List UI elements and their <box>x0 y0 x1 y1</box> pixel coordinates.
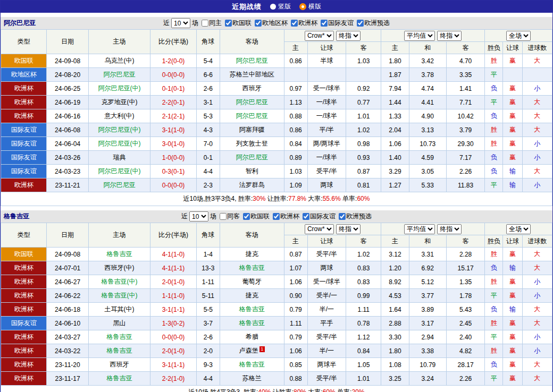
same-venue-filter[interactable]: 同主 <box>202 19 222 28</box>
home-team-cell[interactable]: 格鲁吉亚(中) <box>88 275 150 289</box>
avg-draw-odds: 4.90 <box>409 109 446 123</box>
league-checkbox[interactable] <box>225 20 232 27</box>
average-select[interactable]: 平均值 <box>404 31 435 41</box>
home-team-cell[interactable]: 阿尔巴尼亚(中) <box>88 82 150 96</box>
league-checkbox[interactable] <box>321 20 328 27</box>
period-select[interactable]: 全场 <box>506 224 531 234</box>
away-team-cell[interactable]: 苏格兰中部地区 <box>220 68 284 82</box>
away-team-cell[interactable]: 西班牙 <box>220 82 284 96</box>
date-cell: 24-06-08 <box>47 123 88 137</box>
league-checkbox[interactable] <box>291 20 298 27</box>
goals-result-cell: 大 <box>522 54 552 68</box>
summary-cell: 近10场,胜3平3负4, 胜率:30% 让胜率:77.8% 大率:55.6% 单… <box>1 192 552 206</box>
league-filter[interactable]: 国际友谊 <box>303 212 336 221</box>
league-filter[interactable]: 欧洲杯 <box>291 19 317 28</box>
same-venue-checkbox[interactable] <box>220 213 227 220</box>
league-checkbox[interactable] <box>357 20 364 27</box>
league-filter[interactable]: 欧洲预选 <box>339 212 372 221</box>
handicap-home-odds: 0.86 <box>284 54 307 68</box>
filter-controls: 近10场同主欧国联欧地区杯欧洲杯国际友谊欧洲预选 <box>163 18 390 28</box>
home-team-cell[interactable]: 格鲁吉亚 <box>88 372 150 386</box>
away-team-cell[interactable]: 格鲁吉亚 <box>220 358 284 372</box>
away-team-cell[interactable]: 阿尔巴尼亚 <box>220 151 284 165</box>
away-team-cell[interactable]: 卢森堡1 <box>220 344 284 358</box>
home-team-cell[interactable]: 西班牙 <box>88 358 150 372</box>
away-team-cell[interactable]: 格鲁吉亚 <box>220 317 284 330</box>
corner-cell: 2-0 <box>196 344 220 358</box>
away-team-cell[interactable]: 阿尔巴尼亚 <box>220 109 284 123</box>
league-checkbox[interactable] <box>243 213 250 220</box>
league-filter[interactable]: 欧国联 <box>243 212 270 221</box>
final-odds-select-1[interactable]: 终指 <box>336 224 361 234</box>
away-team-cell[interactable]: 列支敦士登 <box>220 137 284 151</box>
summary-text: 单率: <box>341 195 357 202</box>
away-team-cell[interactable]: 葡萄牙 <box>220 275 284 289</box>
away-team-cell[interactable]: 阿塞拜疆 <box>220 123 284 137</box>
layout-option-horizontal[interactable]: 横版 <box>299 2 321 11</box>
match-row: 欧国联24-09-08乌克兰(中)1-2(0-0)5-4阿尔巴尼亚0.86半球1… <box>1 54 552 68</box>
avg-draw-odds: 3.89 <box>409 303 446 317</box>
away-team-cell[interactable]: 捷克 <box>220 248 284 261</box>
home-team-cell[interactable]: 西班牙(中) <box>88 261 150 275</box>
avg-home-odds: 3.30 <box>381 330 409 344</box>
section-header-bar: 阿尔巴尼亚近10场同主欧国联欧地区杯欧洲杯国际友谊欧洲预选 <box>1 17 552 29</box>
home-team-cell[interactable]: 阿尔巴尼亚 <box>88 68 150 82</box>
home-team-cell[interactable]: 意大利(中) <box>88 109 150 123</box>
avg-draw-odds: 5.12 <box>409 275 446 289</box>
handicap-away-odds: 0.83 <box>346 261 381 275</box>
away-team-cell[interactable]: 格鲁吉亚 <box>220 303 284 317</box>
handicap-line: 两球半 <box>307 358 346 372</box>
home-team-cell[interactable]: 阿尔巴尼亚 <box>88 178 150 192</box>
handicap-home-odds: 0.84 <box>284 137 307 151</box>
away-team-cell[interactable]: 希腊 <box>220 330 284 344</box>
away-team-cell[interactable]: 阿尔巴尼亚 <box>220 96 284 109</box>
home-team-cell[interactable]: 土耳其(中) <box>88 303 150 317</box>
home-team-cell[interactable]: 阿尔巴尼亚(中) <box>88 137 150 151</box>
home-team-cell[interactable]: 格鲁吉亚 <box>88 330 150 344</box>
league-checkbox[interactable] <box>273 213 280 220</box>
league-checkbox[interactable] <box>339 213 346 220</box>
radio-unselected-icon[interactable] <box>270 4 276 10</box>
same-venue-filter[interactable]: 同客 <box>220 212 240 221</box>
home-team-cell[interactable]: 克罗地亚(中) <box>88 96 150 109</box>
final-odds-select-2[interactable]: 终指 <box>437 224 462 234</box>
radio-selected-icon[interactable] <box>299 3 306 10</box>
league-checkbox[interactable] <box>255 20 262 27</box>
away-team-cell[interactable]: 格鲁吉亚 <box>220 261 284 275</box>
home-team-cell[interactable]: 黑山 <box>88 317 150 330</box>
home-team-cell[interactable]: 瑞典 <box>88 151 150 165</box>
bookmaker-select[interactable]: Crow* <box>305 224 334 234</box>
match-row: 欧洲杯23-11-20西班牙3-1(1-1)9-3格鲁吉亚0.85两球半1.05… <box>1 358 552 372</box>
final-odds-select-2[interactable]: 终指 <box>437 31 462 41</box>
same-venue-checkbox[interactable] <box>202 20 208 27</box>
league-checkbox[interactable] <box>303 213 309 220</box>
league-filter[interactable]: 欧国联 <box>225 19 252 28</box>
match-count-select[interactable]: 10 <box>189 211 208 221</box>
away-team-cell[interactable]: 苏格兰 <box>220 372 284 386</box>
league-filter[interactable]: 欧洲预选 <box>357 19 390 28</box>
handicap-result-cell: 赢 <box>503 137 522 151</box>
away-team-cell[interactable]: 法罗群岛 <box>220 178 284 192</box>
layout-option-vertical[interactable]: 竖版 <box>270 2 291 11</box>
home-team-cell[interactable]: 阿尔巴尼亚(中) <box>88 165 150 178</box>
score-cell: 1-0(0-0) <box>150 151 196 165</box>
period-select[interactable]: 全场 <box>506 31 531 41</box>
home-team-cell[interactable]: 阿尔巴尼亚(中) <box>88 123 150 137</box>
home-team-cell[interactable]: 乌克兰(中) <box>88 54 150 68</box>
bookmaker-select[interactable]: Crow* <box>305 31 334 41</box>
league-filter[interactable]: 欧地区杯 <box>255 19 288 28</box>
final-odds-select-1[interactable]: 终指 <box>336 31 361 41</box>
goals-result-cell: 大 <box>522 358 552 372</box>
away-team-cell[interactable]: 捷克 <box>220 289 284 303</box>
away-team-cell[interactable]: 阿尔巴尼亚 <box>220 54 284 68</box>
average-select[interactable]: 平均值 <box>404 224 435 234</box>
summary-text: 近10场,胜3平3负4, 胜率: <box>183 195 253 202</box>
handicap-home-odds: 0.88 <box>284 372 307 386</box>
home-team-cell[interactable]: 格鲁吉亚(中) <box>88 289 150 303</box>
league-filter[interactable]: 国际友谊 <box>321 19 354 28</box>
home-team-cell[interactable]: 格鲁吉亚 <box>88 248 150 261</box>
match-count-select[interactable]: 10 <box>171 18 190 28</box>
away-team-cell[interactable]: 智利 <box>220 165 284 178</box>
home-team-cell[interactable]: 格鲁吉亚 <box>88 344 150 358</box>
league-filter[interactable]: 欧洲杯 <box>273 212 299 221</box>
